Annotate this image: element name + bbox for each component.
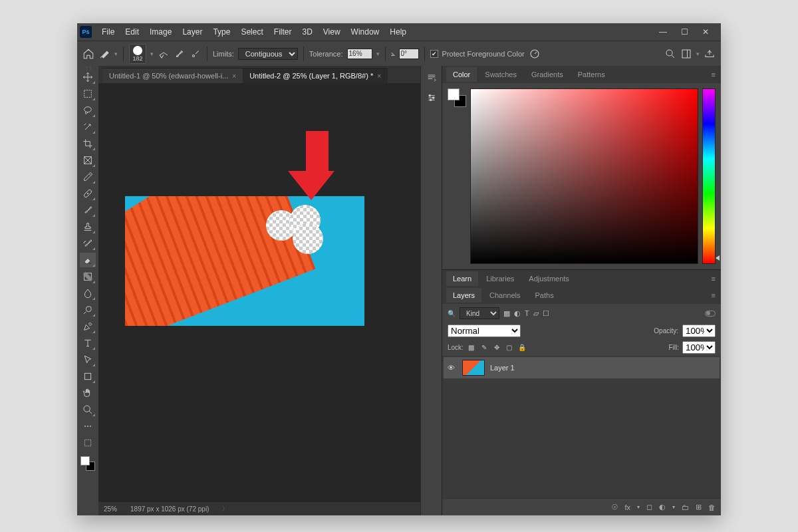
lock-transparency-icon[interactable]: ▩ xyxy=(467,343,476,352)
properties-panel-icon[interactable] xyxy=(424,90,440,106)
hand-tool[interactable] xyxy=(80,386,96,400)
protect-fg-checkbox[interactable]: ✔ xyxy=(430,50,438,58)
more-tools[interactable]: ⋯ xyxy=(80,419,96,434)
filter-pixel-icon[interactable]: ▩ xyxy=(503,309,510,318)
frame-tool[interactable] xyxy=(80,153,96,168)
tab-adjustments[interactable]: Adjustments xyxy=(522,271,576,286)
opacity-select[interactable]: 100% xyxy=(682,325,716,337)
tab-swatches[interactable]: Swatches xyxy=(478,67,523,82)
lock-all-icon[interactable]: 🔒 xyxy=(517,343,527,352)
panel-menu-icon[interactable]: ≡ xyxy=(705,271,721,286)
airbrush-icon[interactable] xyxy=(190,48,201,60)
zoom-tool[interactable] xyxy=(80,402,96,417)
menu-window[interactable]: Window xyxy=(346,25,384,39)
layer-thumbnail[interactable] xyxy=(462,360,485,376)
brush-preview[interactable]: 182 xyxy=(129,44,146,64)
brush-panel-icon[interactable] xyxy=(174,48,186,60)
eraser-tool[interactable] xyxy=(80,253,96,267)
doc-tab-2[interactable]: Untitled-2 @ 25% (Layer 1, RGB/8#) * × xyxy=(243,68,388,83)
tab-patterns[interactable]: Patterns xyxy=(571,67,612,82)
lock-position-icon[interactable]: ✥ xyxy=(492,343,501,352)
tolerance-input[interactable] xyxy=(347,49,372,59)
share-icon[interactable] xyxy=(704,48,716,60)
filter-adjust-icon[interactable]: ◐ xyxy=(514,309,521,318)
color-swatch-pair[interactable] xyxy=(448,88,466,107)
close-button[interactable]: ✕ xyxy=(698,27,713,37)
color-swatches[interactable] xyxy=(80,456,95,471)
new-layer-icon[interactable]: ⊞ xyxy=(696,503,702,511)
filter-type-icon[interactable]: T xyxy=(525,309,529,318)
fill-select[interactable]: 100% xyxy=(682,341,716,354)
layer-kind-select[interactable]: Kind xyxy=(460,307,499,319)
panel-menu-icon[interactable]: ≡ xyxy=(705,67,721,82)
layer-name[interactable]: Layer 1 xyxy=(490,364,515,372)
edit-toolbar-icon[interactable] xyxy=(80,436,96,450)
blur-tool[interactable] xyxy=(80,286,96,301)
color-field[interactable] xyxy=(470,88,698,264)
layer-item[interactable]: 👁 Layer 1 xyxy=(444,357,720,378)
eyedropper-tool[interactable] xyxy=(80,170,96,184)
type-tool[interactable] xyxy=(80,336,96,350)
workspace-icon[interactable] xyxy=(680,48,692,60)
pen-tool[interactable] xyxy=(80,319,96,334)
tab-libraries[interactable]: Libraries xyxy=(479,271,521,286)
filter-smart-icon[interactable]: ☐ xyxy=(543,309,549,318)
maximize-button[interactable]: ☐ xyxy=(677,27,692,37)
link-layers-icon[interactable]: ⦾ xyxy=(612,503,618,511)
close-icon[interactable]: × xyxy=(232,72,236,80)
brush-tool[interactable] xyxy=(80,203,96,217)
visibility-icon[interactable]: 👁 xyxy=(448,364,457,372)
zoom-level[interactable]: 25% xyxy=(104,505,117,513)
delete-layer-icon[interactable]: 🗑 xyxy=(708,503,716,511)
history-brush-tool[interactable] xyxy=(80,236,96,251)
marquee-tool[interactable] xyxy=(80,86,96,101)
fg-swatch[interactable] xyxy=(448,88,460,100)
filter-toggle[interactable] xyxy=(705,311,716,317)
tab-color[interactable]: Color xyxy=(446,67,477,82)
history-panel-icon[interactable] xyxy=(424,70,440,86)
wand-tool[interactable] xyxy=(80,120,96,134)
path-select-tool[interactable] xyxy=(80,352,96,367)
move-tool[interactable] xyxy=(80,70,96,84)
gradient-tool[interactable] xyxy=(80,269,96,284)
menu-filter[interactable]: Filter xyxy=(269,25,297,39)
stamp-tool[interactable] xyxy=(80,219,96,234)
panel-menu-icon[interactable]: ≡ xyxy=(705,288,721,303)
menu-file[interactable]: File xyxy=(97,25,119,39)
menu-select[interactable]: Select xyxy=(236,25,267,39)
lasso-tool[interactable] xyxy=(80,103,96,118)
tab-paths[interactable]: Paths xyxy=(529,288,561,303)
tab-channels[interactable]: Channels xyxy=(483,288,527,303)
layer-fx-icon[interactable]: fx xyxy=(624,503,630,511)
menu-type[interactable]: Type xyxy=(208,25,235,39)
minimize-button[interactable]: — xyxy=(656,27,670,37)
crop-tool[interactable] xyxy=(80,136,96,151)
search-icon[interactable] xyxy=(664,48,676,60)
tab-learn[interactable]: Learn xyxy=(446,271,478,286)
shape-tool[interactable] xyxy=(80,369,96,384)
brush-settings-icon[interactable] xyxy=(158,48,170,60)
menu-layer[interactable]: Layer xyxy=(178,25,207,39)
menu-view[interactable]: View xyxy=(319,25,345,39)
angle-input[interactable] xyxy=(399,49,419,59)
hue-slider[interactable] xyxy=(702,88,716,264)
limits-select[interactable]: Contiguous xyxy=(238,48,298,60)
menu-image[interactable]: Image xyxy=(145,25,176,39)
tool-preset-icon[interactable] xyxy=(98,48,110,60)
menu-edit[interactable]: Edit xyxy=(120,25,144,39)
lock-pixels-icon[interactable]: ✎ xyxy=(479,343,489,352)
blend-mode-select[interactable]: Normal xyxy=(448,325,521,337)
filter-shape-icon[interactable]: ▱ xyxy=(533,309,539,318)
layer-mask-icon[interactable]: ◻ xyxy=(646,503,652,511)
lock-artboard-icon[interactable]: ▢ xyxy=(505,343,514,352)
fg-color-swatch[interactable] xyxy=(80,456,90,466)
search-icon[interactable]: 🔍 xyxy=(448,310,456,317)
healing-tool[interactable] xyxy=(80,186,96,201)
close-icon[interactable]: × xyxy=(377,72,381,80)
tab-layers[interactable]: Layers xyxy=(446,288,481,303)
layer-group-icon[interactable]: 🗀 xyxy=(682,503,689,511)
doc-tab-1[interactable]: Untitled-1 @ 50% (edward-howell-i... × xyxy=(102,68,243,83)
adjustment-layer-icon[interactable]: ◐ xyxy=(659,503,666,511)
pressure-icon[interactable] xyxy=(529,48,541,60)
tab-gradients[interactable]: Gradients xyxy=(525,67,570,82)
